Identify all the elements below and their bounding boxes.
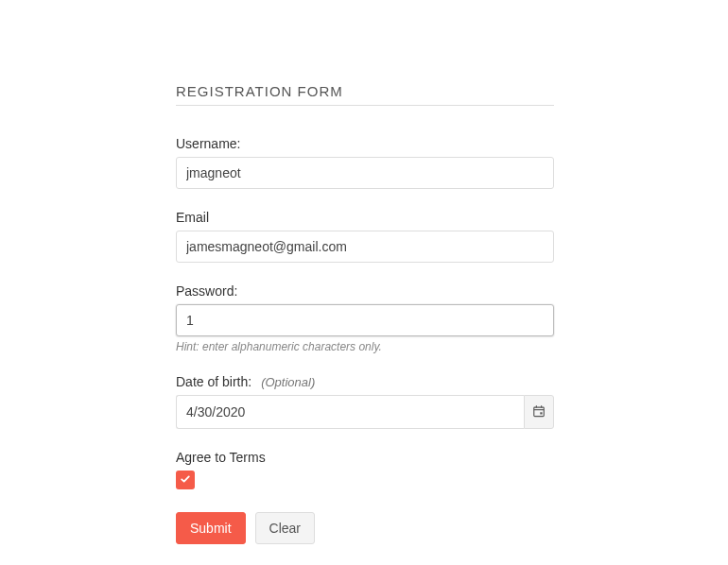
dob-field-group: Date of birth: (Optional) [176,374,554,429]
calendar-button[interactable] [524,395,554,429]
buttons-row: Submit Clear [176,512,554,544]
form-title: REGISTRATION FORM [176,83,554,106]
password-input[interactable] [176,304,554,336]
dob-input[interactable] [176,395,524,429]
username-field-group: Username: [176,136,554,189]
dob-optional-tag: (Optional) [261,375,315,389]
password-label: Password: [176,283,554,299]
email-field-group: Email [176,210,554,263]
username-input[interactable] [176,157,554,189]
username-label: Username: [176,136,554,151]
check-icon [180,471,191,488]
svg-rect-4 [540,412,542,414]
svg-rect-0 [534,407,545,417]
calendar-icon [532,404,546,420]
password-hint: Hint: enter alphanumeric characters only… [176,340,554,353]
submit-button[interactable]: Submit [176,512,246,544]
dob-label-row: Date of birth: (Optional) [176,374,554,389]
terms-label: Agree to Terms [176,450,554,465]
dob-label: Date of birth: [176,374,251,389]
clear-button[interactable]: Clear [255,512,315,544]
email-label: Email [176,210,554,225]
password-field-group: Password: Hint: enter alphanumeric chara… [176,283,554,353]
dob-input-wrapper [176,395,554,429]
terms-field-group: Agree to Terms [176,450,554,489]
registration-form: REGISTRATION FORM Username: Email Passwo… [176,83,554,544]
terms-checkbox[interactable] [176,471,195,489]
email-input[interactable] [176,231,554,263]
